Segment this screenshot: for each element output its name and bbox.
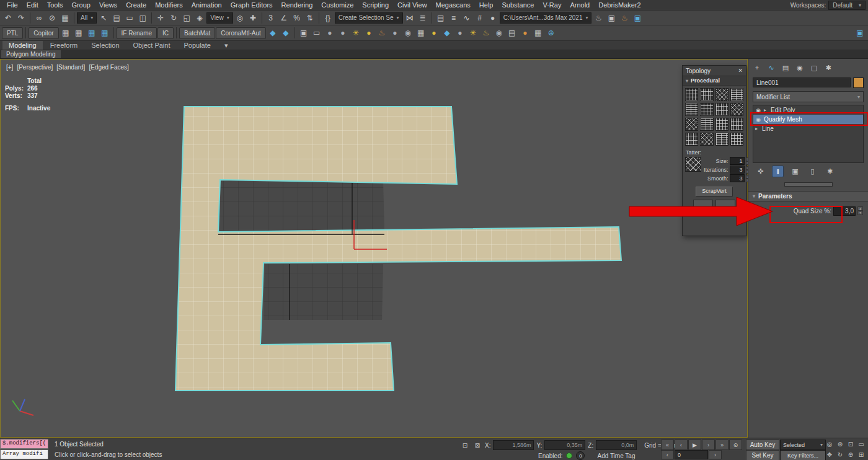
viewport-menu-general[interactable]: [+] [6, 64, 13, 71]
menu-megascans[interactable]: Megascans [432, 0, 475, 10]
tab-populate[interactable]: Populate [177, 41, 216, 50]
gem-tool-icon[interactable]: ◆ [441, 27, 453, 39]
tab-object-paint[interactable]: Object Paint [127, 41, 177, 50]
bind-to-space-warp-icon[interactable]: ▦ [59, 12, 71, 24]
configure-modifier-sets-icon[interactable]: ✱ [824, 166, 836, 177]
menu-create[interactable]: Create [122, 0, 151, 10]
auto-key-button[interactable]: Auto Key [746, 440, 779, 450]
render-setup-icon[interactable]: ♨ [592, 12, 604, 24]
show-end-result-icon[interactable]: ‖ [772, 166, 784, 177]
unlink-selection-icon[interactable]: ⊘ [46, 12, 58, 24]
set-key-button[interactable]: Set Key [746, 450, 779, 460]
isolate-selection-icon[interactable]: ⊡ [460, 441, 470, 450]
maxscript-mini-listener[interactable]: Array modifi [0, 449, 48, 459]
ptl-button[interactable]: PTL [2, 27, 23, 39]
pan-icon[interactable]: ✥ [825, 450, 835, 459]
tatter-pattern-thumb[interactable] [685, 157, 701, 172]
sphere-tool-icon[interactable]: ● [519, 27, 531, 39]
chevron-right-icon[interactable]: ▸ [755, 126, 760, 131]
modifier-list-dropdown[interactable]: Modifier List ▾ [753, 91, 864, 102]
next-frame-icon[interactable]: › [702, 440, 715, 450]
selection-lock-icon[interactable]: ⊠ [472, 441, 482, 450]
docs-tool-icon[interactable]: ▣ [854, 27, 866, 39]
viewport-menu-pov[interactable]: [Perspective] [17, 64, 53, 71]
topology-more-buttons[interactable] [683, 200, 746, 208]
grid-tool-icon[interactable]: ▦ [73, 27, 85, 39]
mirror-icon[interactable]: ⋈ [404, 12, 416, 24]
motion-tab-icon[interactable]: ◉ [795, 63, 805, 73]
select-and-link-icon[interactable]: ∞ [33, 12, 45, 24]
frame-forward-icon[interactable]: › [709, 450, 722, 459]
stack-row-edit-poly[interactable]: ◉ ▸ Edit Poly [753, 105, 863, 115]
named-selection-sets-dropdown[interactable]: Create Selection Se▾ [335, 12, 403, 24]
ribbon-minimize-icon[interactable]: ▾ [218, 41, 234, 50]
list-tool-icon[interactable]: ▤ [506, 27, 518, 39]
object-color-swatch[interactable] [853, 77, 864, 88]
menu-rendering[interactable]: Rendering [277, 0, 317, 10]
topology-pattern-thumb[interactable] [700, 118, 713, 131]
rollout-scrollbar[interactable] [784, 182, 833, 187]
orbit-icon[interactable]: ↻ [835, 450, 845, 459]
tab-selection[interactable]: Selection [85, 41, 125, 50]
select-and-manipulate-icon[interactable]: ✚ [247, 12, 259, 24]
grid-tool-icon[interactable]: ▦ [60, 27, 72, 39]
chevron-right-icon[interactable]: ▸ [764, 107, 768, 113]
scene-explorer-icon[interactable]: ▤ [435, 12, 447, 24]
rectangular-selection-region-icon[interactable]: ▭ [123, 12, 136, 24]
workspace-dropdown[interactable]: Default▾ [828, 1, 866, 10]
menu-animation[interactable]: Animation [187, 0, 226, 10]
parameters-rollout-header[interactable]: ▾ Parameters [748, 191, 868, 201]
menu-civil-view[interactable]: Civil View [393, 0, 431, 10]
schematic-view-icon[interactable]: # [474, 12, 486, 24]
corona-icon[interactable]: ◆ [267, 27, 279, 39]
select-and-place-icon[interactable]: ◈ [193, 12, 206, 24]
select-and-scale-icon[interactable]: ◱ [180, 12, 193, 24]
maximize-viewport-icon[interactable]: ⊞ [856, 450, 866, 459]
z-coordinate-field[interactable]: 0,0m [596, 440, 637, 450]
scrapvert-button[interactable]: ScrapVert [696, 187, 733, 197]
y-coordinate-field[interactable]: 0,35m [544, 440, 585, 450]
topology-pattern-thumb[interactable] [730, 88, 743, 101]
topology-pattern-thumb[interactable] [700, 88, 713, 101]
menu-vray[interactable]: V-Ray [538, 0, 565, 10]
menu-tools[interactable]: Tools [43, 0, 68, 10]
viewport-menu-shading[interactable]: [Edged Faces] [89, 64, 128, 71]
render-in-cloud-icon[interactable]: ▣ [631, 12, 644, 24]
quad-size-field[interactable]: 3,0 [833, 206, 856, 216]
go-to-start-icon[interactable]: « [661, 440, 674, 450]
make-unique-icon[interactable]: ▣ [789, 166, 801, 177]
zoom-extents-icon[interactable]: ⊡ [846, 440, 856, 449]
curve-editor-icon[interactable]: ∿ [461, 12, 473, 24]
sphere-tool-icon[interactable]: ● [324, 27, 336, 39]
plugin-icon[interactable]: ▦ [99, 27, 111, 39]
sphere-tool-icon[interactable]: ● [337, 27, 349, 39]
menu-file[interactable]: File [2, 0, 22, 10]
remove-modifier-icon[interactable]: ▯ [807, 166, 818, 177]
undo-icon[interactable]: ↶ [2, 12, 14, 24]
sphere-tool-icon[interactable]: ● [389, 27, 401, 39]
fov-icon[interactable]: ⊕ [846, 450, 856, 459]
camera-tool-icon[interactable]: ▣ [298, 27, 310, 39]
select-and-move-icon[interactable]: ✛ [154, 12, 167, 24]
smooth-field[interactable]: 3 [730, 174, 745, 182]
modify-tab-icon[interactable]: ∿ [766, 63, 776, 73]
stack-row-quadify-mesh[interactable]: ◉ Quadify Mesh [753, 115, 863, 124]
render-production-icon[interactable]: ♨ [618, 12, 631, 24]
hierarchy-tab-icon[interactable]: ▤ [781, 63, 790, 73]
ic-tool-button[interactable]: IC [157, 27, 174, 39]
menu-arnold[interactable]: Arnold [565, 0, 594, 10]
zoom-all-icon[interactable]: ⊛ [835, 440, 845, 449]
topology-pattern-thumb[interactable] [730, 133, 743, 146]
menu-debrismaker[interactable]: DebrisMaker2 [594, 0, 645, 10]
letter-e-mesh[interactable] [0, 59, 748, 438]
menu-scripting[interactable]: Scripting [358, 0, 393, 10]
topology-pattern-thumb[interactable] [730, 118, 743, 131]
smooth-spinner[interactable]: ▴▾ [746, 175, 748, 182]
bulb-tool-icon[interactable]: ● [428, 27, 440, 39]
iterations-field[interactable]: 3 [730, 166, 745, 174]
topology-pattern-thumb[interactable] [685, 88, 698, 101]
selected-set-dropdown[interactable]: Selected▾ [780, 440, 826, 450]
copitor-button[interactable]: Copitor [29, 27, 58, 39]
viewport-menu-renderer[interactable]: [Standard] [56, 64, 85, 71]
select-and-rotate-icon[interactable]: ↻ [167, 12, 180, 24]
